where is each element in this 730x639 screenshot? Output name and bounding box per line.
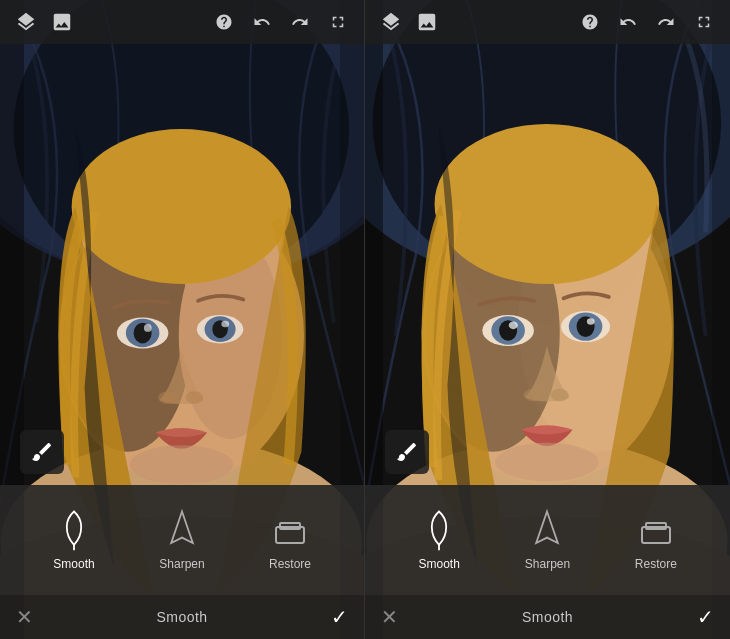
image-icon-left[interactable]: [48, 8, 76, 36]
help-icon-right[interactable]: [576, 8, 604, 36]
left-panel: Smooth Sharpen Restore: [0, 0, 365, 639]
brush-icon: [30, 440, 54, 464]
svg-point-44: [587, 318, 595, 324]
left-toolbar-right: [210, 8, 352, 36]
right-bottom-tools: Smooth Sharpen Restore: [365, 485, 730, 595]
right-toolbar: [365, 0, 730, 44]
right-brush-overlay[interactable]: [385, 430, 429, 474]
left-bottom-tools: Smooth Sharpen Restore: [0, 485, 364, 595]
main-container: Smooth Sharpen Restore: [0, 0, 730, 639]
left-toolbar: [0, 0, 364, 44]
right-toolbar-left: [377, 8, 441, 36]
right-cancel-btn[interactable]: ✕: [381, 605, 398, 629]
svg-point-36: [435, 124, 660, 284]
right-confirm-btn[interactable]: ✓: [697, 605, 714, 629]
undo-icon-right[interactable]: [614, 8, 642, 36]
svg-point-20: [185, 391, 203, 404]
svg-point-45: [524, 389, 545, 402]
brush-overlay[interactable]: [20, 430, 64, 474]
restore-icon-left: [270, 509, 310, 549]
restore-icon-right: [636, 509, 676, 549]
left-smooth-label: Smooth: [53, 557, 94, 571]
expand-icon-right[interactable]: [690, 8, 718, 36]
right-bottom-bar: ✕ Smooth ✓: [365, 595, 730, 639]
left-toolbar-left: [12, 8, 76, 36]
svg-point-17: [144, 324, 152, 332]
undo-icon-left[interactable]: [248, 8, 276, 36]
brush-icon-right: [395, 440, 419, 464]
sharpen-icon-left: [162, 509, 202, 549]
right-tool-restore[interactable]: Restore: [602, 509, 710, 571]
layers-icon-right[interactable]: [377, 8, 405, 36]
svg-point-18: [221, 321, 229, 327]
svg-point-19: [158, 391, 179, 404]
right-panel: Smooth Sharpen Restore: [365, 0, 730, 639]
redo-icon-left[interactable]: [286, 8, 314, 36]
right-toolbar-right: [576, 8, 718, 36]
svg-point-46: [551, 389, 569, 402]
left-confirm-btn[interactable]: ✓: [331, 605, 348, 629]
right-restore-label: Restore: [635, 557, 677, 571]
right-bottom-title: Smooth: [522, 609, 573, 625]
smooth-icon-right: [419, 509, 459, 549]
sharpen-icon-right: [527, 509, 567, 549]
left-restore-label: Restore: [269, 557, 311, 571]
right-tool-smooth[interactable]: Smooth: [385, 509, 493, 571]
right-tool-sharpen[interactable]: Sharpen: [493, 509, 601, 571]
redo-icon-right[interactable]: [652, 8, 680, 36]
svg-point-43: [509, 321, 518, 329]
left-tool-smooth[interactable]: Smooth: [20, 509, 128, 571]
left-tool-sharpen[interactable]: Sharpen: [128, 509, 236, 571]
smooth-icon-left: [54, 509, 94, 549]
help-icon-left[interactable]: [210, 8, 238, 36]
left-cancel-btn[interactable]: ✕: [16, 605, 33, 629]
right-smooth-label: Smooth: [418, 557, 459, 571]
left-bottom-title: Smooth: [156, 609, 207, 625]
right-sharpen-label: Sharpen: [525, 557, 570, 571]
image-icon-right[interactable]: [413, 8, 441, 36]
svg-point-47: [495, 443, 598, 482]
left-sharpen-label: Sharpen: [159, 557, 204, 571]
layers-icon-left[interactable]: [12, 8, 40, 36]
left-tool-restore[interactable]: Restore: [236, 509, 344, 571]
expand-icon-left[interactable]: [324, 8, 352, 36]
left-bottom-bar: ✕ Smooth ✓: [0, 595, 364, 639]
svg-point-10: [72, 129, 291, 284]
svg-point-21: [130, 445, 233, 484]
